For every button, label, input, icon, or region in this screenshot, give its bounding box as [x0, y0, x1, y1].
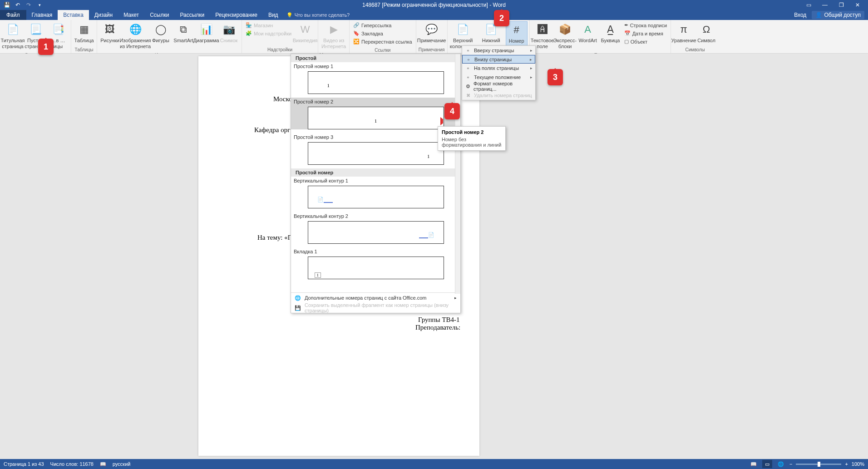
gallery-item-simple-3[interactable]: Простой номер 3 1 — [291, 133, 460, 165]
tab-design[interactable]: Дизайн — [89, 10, 118, 20]
callout-4: 4 — [444, 103, 460, 119]
hyperlink-icon: 🔗 — [353, 22, 360, 28]
shapes-button[interactable]: ◯Фигуры — [150, 21, 172, 44]
chevron-right-icon: ▸ — [454, 296, 457, 300]
tab-home[interactable]: Главная — [26, 10, 58, 20]
zoom-slider[interactable] — [796, 464, 841, 465]
gallery-preview-t1: 1 — [308, 257, 444, 279]
table-icon: ▦ — [77, 22, 91, 37]
quickparts-button[interactable]: 📦Экспресс-блоки — [554, 21, 576, 50]
bookmark-button[interactable]: 🔖Закладка — [351, 30, 414, 37]
tab-references[interactable]: Ссылки — [144, 10, 174, 20]
doc-line-1: Моско — [273, 95, 292, 103]
view-read-icon[interactable]: 📖 — [749, 460, 759, 468]
share-button[interactable]: 👤Общий доступ — [812, 11, 864, 19]
gallery-tooltip: Простой номер 2 Номер без форматирования… — [438, 126, 506, 151]
tab-insert[interactable]: Вставка — [58, 10, 89, 20]
screenshot-button: 📷Снимок — [218, 21, 240, 44]
zoom-level[interactable]: 100% — [852, 461, 864, 467]
tab-file[interactable]: Файл — [0, 10, 26, 20]
crossref-icon: 🔀 — [353, 39, 360, 44]
symbol-button[interactable]: ΩСимвол — [695, 21, 717, 44]
status-language[interactable]: русский — [113, 461, 130, 467]
chart-button[interactable]: 📊Диаграмма — [195, 21, 217, 44]
gallery-item-simple-1[interactable]: Простой номер 1 1 — [291, 62, 460, 94]
store-button: 🏪Магазин — [244, 21, 293, 29]
maximize-icon[interactable]: ❐ — [834, 0, 848, 10]
person-icon: 👤 — [815, 12, 822, 18]
close-icon[interactable]: ✕ — [851, 0, 864, 10]
zoom-in-icon[interactable]: + — [845, 461, 848, 467]
qat-more-icon[interactable]: ▾ — [36, 2, 43, 8]
signature-line-button[interactable]: ✒Строка подписи — [622, 21, 669, 29]
wikipedia-button: WВикипедия — [294, 21, 316, 44]
crossref-button[interactable]: 🔀Перекрестная ссылка — [351, 38, 414, 45]
gallery-item-vert-2[interactable]: Вертикальный контур 2 📄 — [291, 212, 460, 244]
equation-button[interactable]: πУравнение — [673, 21, 695, 44]
tab-review[interactable]: Рецензирование — [210, 10, 263, 20]
view-web-icon[interactable]: 🌐 — [776, 460, 786, 468]
store-icon: 🏪 — [246, 22, 252, 28]
gallery-header-simple: Простой — [291, 54, 460, 62]
pn-format[interactable]: ⚙Формат номеров страниц... — [462, 82, 535, 91]
chart-icon: 📊 — [199, 22, 213, 37]
login-link[interactable]: Вход — [794, 12, 806, 18]
dropcap-button[interactable]: A̲Буквица — [600, 21, 621, 44]
online-pictures-button[interactable]: 🌐Изображения из Интернета — [122, 21, 149, 50]
status-page[interactable]: Страница 1 из 43 — [4, 461, 44, 467]
format-icon: ⚙ — [465, 83, 471, 89]
gallery-item-vert-1[interactable]: Вертикальный контур 1 📄 — [291, 177, 460, 208]
symbol-icon: Ω — [699, 22, 714, 37]
callout-3: 3 — [547, 69, 563, 85]
view-print-icon[interactable]: ▭ — [762, 460, 772, 468]
my-addins-button: 🧩Мои надстройки — [244, 30, 293, 37]
redo-icon[interactable]: ↷ — [25, 2, 32, 8]
zoom-slider-thumb[interactable] — [818, 462, 820, 467]
video-icon: ▶ — [326, 22, 341, 37]
pn-bottom-of-page[interactable]: ▫Внизу страницы▸ — [462, 55, 535, 64]
online-video-button: ▶Видео из Интернета — [320, 21, 347, 50]
wordart-button[interactable]: AWordArt — [577, 21, 599, 44]
datetime-icon: 📅 — [624, 30, 631, 36]
group-comments: 💬Примечание Примечания — [416, 20, 448, 53]
smartart-button[interactable]: ⧉SmartArt — [173, 21, 194, 44]
pn-current-position[interactable]: ▫Текущее положение▸ — [462, 73, 535, 82]
datetime-button[interactable]: 📅Дата и время — [622, 30, 669, 37]
proofing-icon[interactable]: 📖 — [100, 461, 106, 467]
gallery-more-office[interactable]: 🌐Дополнительные номера страниц с сайта O… — [291, 293, 460, 303]
object-button[interactable]: ▢Объект — [622, 38, 669, 45]
group-tables: ▦Таблица Таблицы — [71, 20, 97, 53]
undo-icon[interactable]: ↶ — [15, 2, 21, 8]
header-icon: 📄 — [456, 22, 470, 37]
group-symbols-label: Символы — [671, 46, 719, 53]
save-icon[interactable]: 💾 — [4, 2, 10, 8]
hyperlink-button[interactable]: 🔗Гиперссылка — [351, 21, 414, 29]
addins-icon: 🧩 — [246, 30, 252, 36]
group-links-label: Ссылки — [350, 47, 416, 54]
gallery-item-simple-2[interactable]: Простой номер 2 1 — [291, 98, 460, 129]
tell-me[interactable]: 💡Что вы хотите сделать? — [284, 10, 350, 20]
status-words[interactable]: Число слов: 11678 — [50, 461, 94, 467]
comment-icon: 💬 — [424, 22, 439, 37]
window-title: 148687 [Режим ограниченной функционально… — [362, 2, 506, 8]
chevron-right-icon: ▸ — [530, 48, 533, 53]
tab-mailings[interactable]: Рассылки — [174, 10, 210, 20]
gallery-item-tab-1[interactable]: Вкладка 1 1 — [291, 247, 460, 279]
comment-button[interactable]: 💬Примечание — [418, 21, 445, 44]
ribbon-options-icon[interactable]: ▭ — [802, 0, 815, 10]
group-comments-label: Примечания — [416, 46, 447, 53]
gallery-scrollbar[interactable] — [455, 54, 460, 294]
ribbon-tabs: Файл Главная Вставка Дизайн Макет Ссылки… — [0, 10, 868, 20]
pn-top-of-page[interactable]: ▫Вверху страницы▸ — [462, 46, 535, 55]
cover-page-button[interactable]: 📄Титульная страница — [2, 21, 24, 50]
tab-view[interactable]: Вид — [263, 10, 284, 20]
doc-line-3: На тему: «П — [257, 234, 293, 242]
table-button[interactable]: ▦Таблица — [73, 21, 95, 44]
pn-page-margins[interactable]: ▫На полях страницы▸ — [462, 64, 535, 73]
zoom-out-icon[interactable]: − — [789, 461, 792, 467]
minimize-icon[interactable]: ― — [818, 0, 832, 10]
gallery-header-plain: Простой номер — [291, 168, 460, 177]
tab-layout[interactable]: Макет — [118, 10, 144, 20]
shapes-icon: ◯ — [153, 22, 168, 37]
pictures-button[interactable]: 🖼Рисунки — [99, 21, 121, 44]
